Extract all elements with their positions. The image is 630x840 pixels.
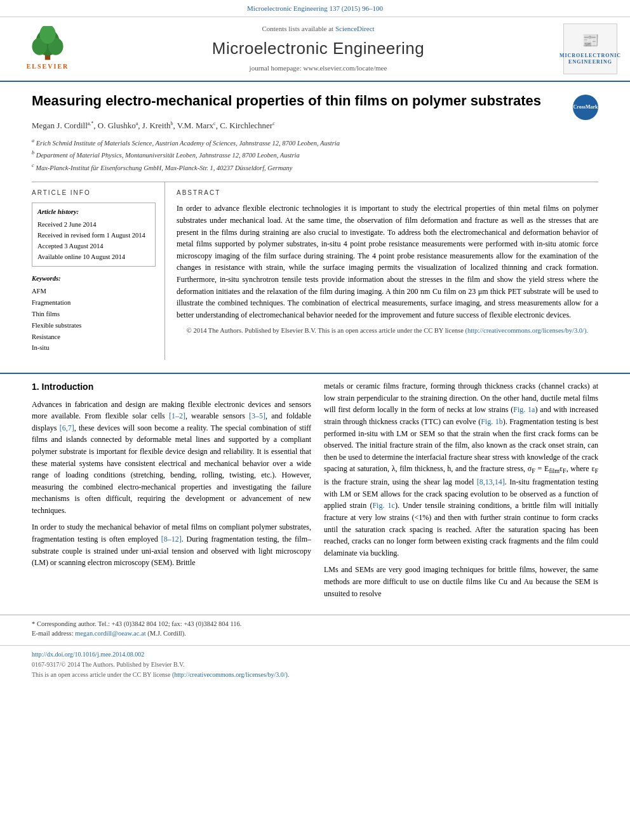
keywords-title: Keywords:: [32, 273, 156, 284]
journal-title-area: Contents lists available at ScienceDirec…: [89, 24, 547, 74]
keyword-thin-films: Thin films: [32, 309, 156, 320]
body-right-col: metals or ceramic films fracture, formin…: [324, 380, 598, 604]
doi-link[interactable]: http://dx.doi.org/10.1016/j.mee.2014.08.…: [32, 651, 144, 658]
email-suffix: (M.J. Cordill).: [147, 630, 186, 637]
journal-badge-area: 📰 MICROELECTRONIC ENGINEERING: [554, 23, 617, 74]
bottom-bar: http://dx.doi.org/10.1016/j.mee.2014.08.…: [0, 645, 630, 685]
ref-1-2[interactable]: [1–2]: [169, 411, 185, 420]
revised-date: Received in revised form 1 August 2014: [37, 230, 150, 241]
journal-header: ELSEVIER Contents lists available at Sci…: [0, 17, 630, 82]
elsevier-text: ELSEVIER: [27, 62, 69, 72]
right-paragraph-2: LMs and SEMs are very good imaging techn…: [324, 564, 598, 599]
body-section: 1. Introduction Advances in fabrication …: [0, 380, 630, 604]
publisher-logo-area: ELSEVIER: [13, 26, 83, 72]
journal-citation: Microelectronic Engineering 137 (2015) 9…: [247, 4, 383, 12]
received-date: Received 2 June 2014: [37, 220, 150, 230]
affil-c: c Max-Planck-Institut für Eisenforschung…: [32, 162, 598, 173]
intro-section-title: 1. Introduction: [32, 380, 311, 393]
top-bar: Microelectronic Engineering 137 (2015) 9…: [0, 0, 630, 17]
intro-paragraph-1: Advances in fabrication and design are m…: [32, 399, 311, 517]
available-date: Available online 10 August 2014: [37, 252, 150, 263]
badge-line1: MICROELECTRONIC: [560, 53, 621, 59]
article-info-header: ARTICLE INFO: [32, 189, 156, 198]
fig-1b-link[interactable]: Fig. 1b: [481, 417, 503, 426]
crossmark-badge[interactable]: CrossMark: [573, 95, 598, 120]
elsevier-logo: ELSEVIER: [25, 26, 70, 72]
keyword-resistance: Resistance: [32, 331, 156, 343]
abstract-col: ABSTRACT In order to advance flexible el…: [165, 182, 598, 360]
keyword-fragmentation: Fragmentation: [32, 297, 156, 309]
history-title: Article history:: [37, 207, 150, 218]
affil-b: b Department of Material Physics, Montan…: [32, 149, 598, 160]
doi-line: http://dx.doi.org/10.1016/j.mee.2014.08.…: [32, 650, 598, 660]
author-sup: a,*: [88, 121, 94, 126]
ref-3-5[interactable]: [3–5]: [249, 411, 265, 420]
keywords-box: Keywords: AFM Fragmentation Thin films F…: [32, 273, 156, 354]
crossmark-icon: CrossMark: [573, 95, 598, 120]
elsevier-tree-icon: [25, 26, 70, 61]
right-paragraph-1: metals or ceramic films fracture, formin…: [324, 380, 598, 559]
keyword-afm: AFM: [32, 286, 156, 297]
ref-8-12[interactable]: [8–12]: [161, 535, 182, 543]
issn-line: 0167-9317/© 2014 The Authors. Published …: [32, 660, 598, 670]
cc-text: © 2014 The Authors. Published by Elsevie…: [187, 327, 464, 334]
crossmark-label: CrossMark: [573, 104, 598, 110]
fig-1c-link[interactable]: Fig. 1c: [372, 501, 395, 510]
article-title: Measuring electro-mechanical properties …: [32, 92, 598, 110]
article-history-box: Article history: Received 2 June 2014 Re…: [32, 203, 156, 267]
intro-paragraph-2: In order to study the mechanical behavio…: [32, 521, 311, 568]
author-primary: Megan J. Cordill: [32, 121, 88, 130]
accepted-date: Accepted 3 August 2014: [37, 241, 150, 252]
journal-badge: 📰 MICROELECTRONIC ENGINEERING: [563, 23, 617, 74]
cc-bottom-link[interactable]: (http://creativecommons.org/licenses/by/…: [172, 671, 290, 678]
email-note: E-mail address: megan.cordill@oeaw.ac.at…: [32, 629, 598, 638]
journal-homepage: journal homepage: www.elsevier.com/locat…: [89, 63, 547, 74]
abstract-text: In order to advance flexible electronic …: [177, 203, 598, 321]
badge-icon: 📰: [582, 32, 600, 50]
badge-line2: ENGINEERING: [568, 59, 612, 65]
cc-license-line: © 2014 The Authors. Published by Elsevie…: [177, 326, 598, 335]
body-left-col: 1. Introduction Advances in fabrication …: [32, 380, 311, 604]
journal-title: Microelectronic Engineering: [89, 37, 547, 61]
article-info-col: ARTICLE INFO Article history: Received 2…: [32, 182, 165, 360]
open-access-line: This is an open access article under the…: [32, 670, 598, 680]
cc-link[interactable]: (http://creativecommons.org/licenses/by/…: [465, 327, 588, 334]
science-direct-label: Contents lists available at ScienceDirec…: [89, 24, 547, 34]
affiliations: a Erich Schmid Institute of Materials Sc…: [32, 137, 598, 173]
authors-line: Megan J. Cordilla,*, O. Glushkoa, J. Kre…: [32, 120, 598, 132]
footnote-section: * Corresponding author. Tel.: +43 (0)384…: [0, 615, 630, 638]
keyword-flexible: Flexible substrates: [32, 320, 156, 331]
affil-a: a Erich Schmid Institute of Materials Sc…: [32, 137, 598, 148]
email-label: E-mail address:: [32, 630, 74, 637]
fig-1a-link[interactable]: Fig. 1a: [513, 405, 535, 414]
science-direct-link[interactable]: ScienceDirect: [335, 25, 375, 32]
section-divider: [0, 373, 630, 374]
ref-8-13-14[interactable]: [8,13,14]: [477, 477, 505, 486]
email-link[interactable]: megan.cordill@oeaw.ac.at: [75, 630, 145, 637]
article-header-section: CrossMark Measuring electro-mechanical p…: [0, 82, 630, 366]
abstract-header: ABSTRACT: [177, 189, 598, 198]
keyword-insitu: In-situ: [32, 342, 156, 354]
ref-6-7[interactable]: [6,7]: [60, 423, 74, 432]
corresponding-author-note: * Corresponding author. Tel.: +43 (0)384…: [32, 619, 598, 629]
info-abstract-section: ARTICLE INFO Article history: Received 2…: [32, 182, 598, 360]
